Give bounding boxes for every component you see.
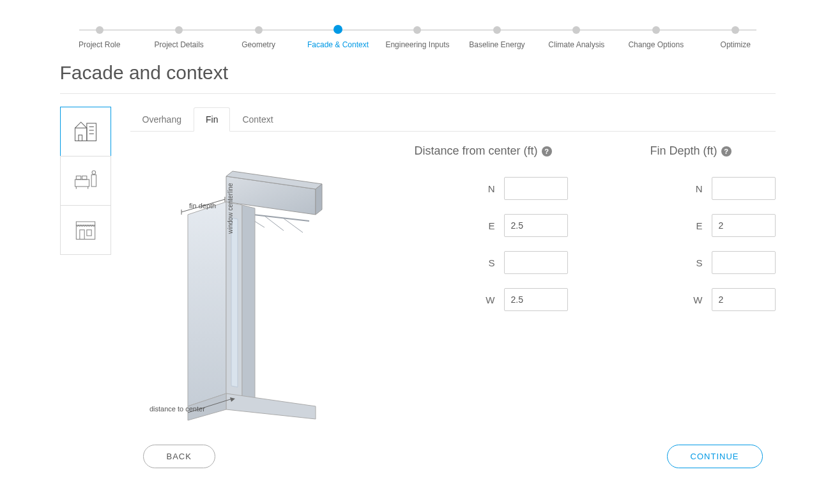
sidebar-item-office[interactable]	[60, 107, 111, 157]
distance-column: Distance from center (ft) ? N E S W	[399, 144, 568, 425]
step-optimize[interactable]: Optimize	[696, 26, 775, 49]
distance-header: Distance from center (ft)	[414, 144, 537, 158]
sidebar-item-retail[interactable]	[60, 205, 111, 255]
distance-s-input[interactable]	[504, 251, 568, 274]
distance-w-input[interactable]	[504, 288, 568, 311]
dir-label: W	[693, 294, 702, 305]
svg-rect-7	[76, 176, 80, 180]
svg-marker-27	[226, 393, 316, 419]
help-icon[interactable]: ?	[542, 146, 552, 157]
step-climate-analysis[interactable]: Climate Analysis	[537, 26, 616, 49]
dir-label: S	[696, 257, 702, 268]
depth-w-input[interactable]	[712, 288, 776, 311]
step-engineering-inputs[interactable]: Engineering Inputs	[378, 26, 457, 49]
svg-rect-5	[79, 135, 82, 141]
svg-rect-15	[86, 230, 91, 236]
fin-diagram: fin depth window centerline distance to …	[130, 144, 373, 425]
page-title: Facade and context	[60, 62, 776, 84]
tab-fin[interactable]: Fin	[194, 107, 230, 132]
svg-rect-8	[82, 176, 86, 180]
depth-e-input[interactable]	[712, 214, 776, 237]
step-project-role[interactable]: Project Role	[60, 26, 139, 49]
continue-button[interactable]: CONTINUE	[667, 445, 763, 468]
svg-rect-13	[76, 225, 95, 240]
step-geometry[interactable]: Geometry	[218, 26, 298, 49]
dir-label: N	[488, 183, 495, 194]
svg-rect-6	[75, 179, 89, 187]
svg-rect-14	[79, 230, 84, 240]
storefront-icon	[72, 215, 100, 245]
distance-n-input[interactable]	[504, 177, 568, 200]
step-baseline-energy[interactable]: Baseline Energy	[457, 26, 537, 49]
dir-label: E	[696, 220, 702, 231]
dir-label: N	[696, 183, 703, 194]
tab-context[interactable]: Context	[230, 107, 285, 132]
svg-marker-25	[242, 205, 255, 399]
depth-header: Fin Depth (ft)	[650, 144, 717, 158]
dir-label: E	[488, 220, 494, 231]
svg-marker-18	[316, 184, 322, 215]
depth-s-input[interactable]	[712, 251, 776, 274]
office-building-icon	[72, 116, 100, 147]
svg-point-12	[92, 171, 96, 174]
svg-marker-23	[188, 202, 226, 406]
tab-overhang[interactable]: Overhang	[130, 107, 194, 132]
help-icon[interactable]: ?	[721, 146, 732, 157]
svg-marker-26	[231, 218, 238, 387]
step-facade-context[interactable]: Facade & Context	[298, 26, 378, 49]
sidebar-item-residential[interactable]	[60, 156, 111, 206]
tabs: Overhang Fin Context	[130, 107, 776, 132]
depth-n-input[interactable]	[712, 177, 776, 200]
dir-label: W	[486, 294, 494, 305]
svg-text:distance to center: distance to center	[149, 405, 205, 413]
dir-label: S	[488, 257, 494, 268]
svg-text:window centerline: window centerline	[227, 183, 234, 234]
back-button[interactable]: BACK	[143, 445, 215, 468]
divider	[60, 93, 776, 94]
svg-rect-0	[75, 128, 86, 141]
step-change-options[interactable]: Change Options	[617, 26, 696, 49]
svg-rect-1	[86, 123, 96, 141]
building-type-sidebar	[60, 107, 111, 468]
progress-stepper: Project Role Project Details Geometry Fa…	[60, 26, 776, 49]
step-project-details[interactable]: Project Details	[139, 26, 218, 49]
svg-text:fin depth: fin depth	[189, 202, 216, 210]
distance-e-input[interactable]	[504, 214, 568, 237]
furniture-icon	[72, 165, 100, 196]
svg-rect-11	[91, 175, 96, 187]
depth-column: Fin Depth (ft) ? N E S W	[606, 144, 776, 425]
